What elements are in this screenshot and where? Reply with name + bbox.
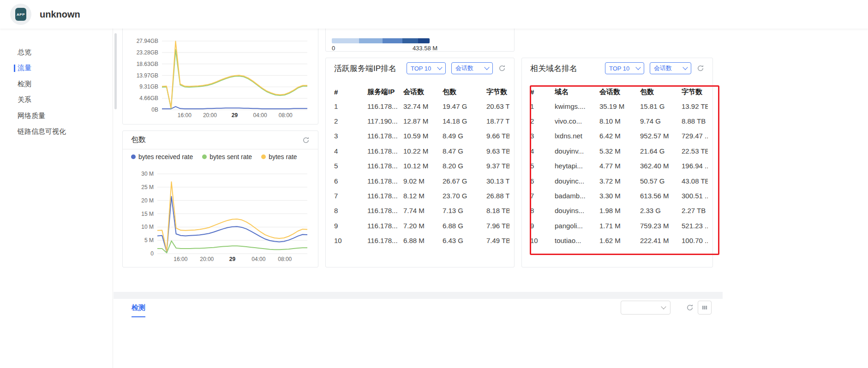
table-row: 2vivo.co...8.10 M9.74 G8.88 TB (530, 113, 708, 128)
top-n-select[interactable]: TOP 10 (605, 62, 644, 74)
table-row: 5heytapi...4.77 M362.40 M196.94 .. (530, 159, 708, 173)
scale-max-label: 433.58 M (397, 45, 453, 52)
sidebar-item-network-quality[interactable]: 网络质量 (0, 108, 113, 124)
table-cell: 2 (334, 117, 367, 125)
metric-select[interactable]: 会话数 (451, 62, 493, 74)
refresh-icon[interactable] (697, 65, 704, 72)
select-value: TOP 10 (411, 65, 431, 72)
domain-table: #域名会话数包数字节数1kwimgs....35.19 M15.81 G13.9… (530, 85, 708, 248)
column-header: 会话数 (403, 88, 443, 96)
table-cell: 10 (530, 237, 555, 244)
table-header-row: #域名会话数包数字节数 (530, 85, 708, 99)
table-cell: 7.20 M (403, 222, 443, 230)
table-row: 6douyinc...3.72 M50.57 G43.08 TB (530, 173, 708, 188)
table-row: 7badamb...3.30 M613.56 M300.51 .. (530, 188, 708, 203)
sidebar-item-overview[interactable]: 总览 (0, 44, 113, 60)
traffic-panel: 0B4.66GB9.31GB13.97GB18.63GB23.28GB27.94… (114, 29, 723, 292)
legend-item[interactable]: bytes rate (261, 153, 297, 160)
sidebar-item-relations[interactable]: 关系 (0, 92, 113, 108)
table-cell: 8.49 G (443, 132, 486, 140)
table-row: 4douyinv...5.32 M21.64 G22.53 TB (530, 143, 708, 158)
column-header: 字节数 (682, 88, 708, 96)
table-cell: 613.56 M (640, 192, 682, 200)
table-cell: 6.88 M (403, 237, 443, 244)
column-settings-button[interactable] (698, 301, 712, 315)
legend-label: bytes rate (269, 153, 297, 160)
sidebar-item-traffic[interactable]: 流量 (0, 60, 113, 77)
svg-text:0B: 0B (151, 107, 158, 113)
svg-text:4.66GB: 4.66GB (139, 95, 158, 101)
table-cell: 3 (334, 132, 367, 140)
server-ip-ranking-card: 活跃服务端IP排名 TOP 10 会话数 #服务端IP会话数包数字节数1116.… (325, 58, 515, 267)
table-cell: 116.178... (367, 147, 403, 155)
table-cell: heytapi... (555, 162, 599, 170)
app-logo: APP (10, 4, 31, 25)
svg-text:0: 0 (150, 250, 154, 257)
table-cell: 6.42 M (599, 132, 640, 140)
table-cell: 30.13 TB (486, 177, 509, 185)
table-cell: 729.47 .. (682, 132, 708, 140)
column-header: # (530, 88, 555, 96)
server-ip-table: #服务端IP会话数包数字节数1116.178...32.74 M19.47 G2… (334, 85, 509, 248)
app-badge-icon: APP (15, 8, 26, 21)
table-cell: 19.47 G (443, 102, 486, 110)
table-row: 6116.178...9.02 M26.67 G30.13 TB (334, 173, 509, 188)
sidebar-item-detection[interactable]: 检测 (0, 76, 113, 92)
domain-ranking-card: 相关域名排名 TOP 10 会话数 #域名会话数包数字节数1kwimgs....… (521, 58, 713, 267)
table-cell: 9.63 TB (486, 147, 509, 155)
table-cell: 7 (530, 192, 555, 200)
chevron-down-icon (661, 304, 666, 309)
table-cell: 5.32 M (599, 147, 640, 155)
refresh-icon[interactable] (302, 137, 310, 144)
app-header: APP unknown (0, 0, 868, 29)
svg-text:30 M: 30 M (141, 171, 154, 177)
column-header: 包数 (640, 88, 682, 96)
table-cell: toutiao... (555, 237, 599, 244)
table-cell: 6 (334, 177, 367, 185)
column-settings-icon (701, 304, 708, 311)
table-cell: 9 (530, 222, 555, 230)
svg-text:20:00: 20:00 (203, 112, 217, 119)
legend-item[interactable]: bytes sent rate (202, 153, 252, 160)
table-cell: 116.178... (367, 237, 403, 244)
sidebar-item-link-visualization[interactable]: 链路信息可视化 (0, 124, 113, 140)
card-title: 包数 (131, 135, 302, 145)
chevron-down-icon (635, 65, 641, 70)
sidebar-item-label: 网络质量 (18, 112, 45, 120)
table-cell: 3.30 M (599, 192, 640, 200)
time-range-select[interactable] (621, 301, 670, 315)
select-value: 会话数 (654, 64, 672, 72)
svg-text:29: 29 (232, 112, 238, 119)
scrollbar-thumb[interactable] (114, 33, 117, 109)
svg-text:25 M: 25 M (141, 184, 154, 190)
table-cell: 1.62 M (599, 237, 640, 244)
table-cell: 952.57 M (640, 132, 682, 140)
traffic-line-chart: 0B4.66GB9.31GB13.97GB18.63GB23.28GB27.94… (125, 37, 317, 120)
table-cell: vivo.co... (555, 117, 599, 125)
refresh-icon[interactable] (498, 65, 506, 72)
detection-panel: 检测 (114, 299, 723, 368)
svg-text:16:00: 16:00 (174, 256, 187, 262)
metric-select[interactable]: 会话数 (650, 62, 691, 74)
select-value: TOP 10 (609, 65, 629, 72)
refresh-icon[interactable] (686, 304, 694, 311)
card-title: 相关域名排名 (530, 63, 599, 74)
column-header: 域名 (555, 88, 599, 96)
table-cell: 3.72 M (599, 177, 640, 185)
table-cell: 9.74 G (640, 117, 682, 125)
table-cell: 8.18 TB (486, 207, 509, 214)
table-cell: 13.92 TB (682, 102, 708, 110)
table-cell: 9.66 TB (486, 132, 509, 140)
table-cell: 15.81 G (640, 102, 682, 110)
legend-item[interactable]: bytes received rate (131, 153, 193, 160)
top-n-select[interactable]: TOP 10 (407, 62, 446, 74)
card-title: 活跃服务端IP排名 (334, 63, 401, 74)
tab-detection[interactable]: 检测 (132, 303, 145, 317)
svg-text:23.28GB: 23.28GB (137, 49, 158, 56)
table-cell: 2 (530, 117, 555, 125)
table-cell: 116.178... (367, 102, 403, 110)
legend-dot (131, 154, 136, 159)
table-cell: 8.12 M (403, 192, 443, 200)
table-cell: 196.94 .. (682, 162, 708, 170)
table-cell: 2.27 TB (682, 207, 708, 214)
